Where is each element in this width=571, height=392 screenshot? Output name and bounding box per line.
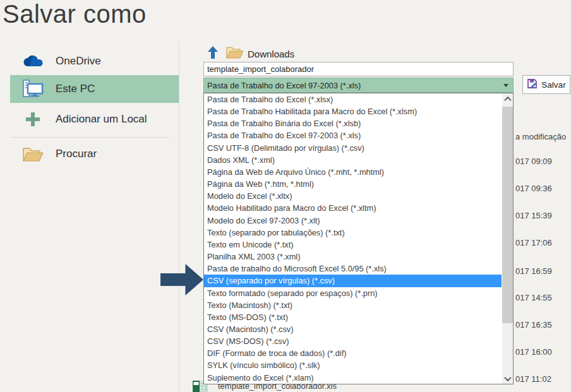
chevron-up-icon: [504, 96, 511, 103]
format-option[interactable]: Página da Web de Arquivo Único (*.mht, *…: [204, 166, 502, 178]
format-option[interactable]: SYLK (vínculo simbólico) (*.slk): [204, 359, 502, 371]
format-option[interactable]: Texto (MS-DOS) (*.txt): [204, 311, 502, 323]
format-option[interactable]: Página da Web (*.htm, *.html): [204, 178, 502, 190]
format-option[interactable]: CSV UTF-8 (Delimitado por vírgulas) (*.c…: [204, 142, 502, 154]
scrollbar[interactable]: [502, 93, 513, 384]
annotation-arrow-icon: [160, 263, 203, 296]
scrollbar-down-button[interactable]: [502, 373, 513, 384]
chevron-down-icon: [503, 84, 508, 87]
format-option[interactable]: Pasta de Trabalho do Excel (*.xlsx): [204, 93, 502, 105]
file-modified-date: 017 16:35: [515, 320, 552, 330]
sidebar-item-add-place[interactable]: Adicionar um Local: [10, 105, 179, 133]
file-format-options: Pasta de Trabalho do Excel (*.xlsx) Past…: [204, 93, 502, 384]
format-option[interactable]: CSV (MS-DOS) (*.csv): [204, 335, 502, 347]
onedrive-cloud-icon: [10, 54, 56, 69]
format-option[interactable]: Texto formatado (separado por espaços) (…: [204, 287, 502, 299]
file-modified-date: 017 09:36: [515, 184, 552, 193]
format-option[interactable]: Suplemento do Excel (*.xlam): [204, 372, 502, 384]
file-format-select[interactable]: Pasta de Trabalho do Excel 97-2003 (*.xl…: [203, 78, 514, 93]
file-modified-date: 017 09:09: [515, 157, 552, 166]
modified-column-header: a modificação: [515, 132, 566, 141]
up-one-level-icon[interactable]: [206, 45, 220, 62]
sidebar-item-browse[interactable]: Procurar: [10, 140, 179, 168]
sidebar-item-este-pc[interactable]: Este PC: [10, 75, 179, 103]
format-option[interactable]: CSV (Macintosh) (*.csv): [204, 323, 502, 335]
save-button-label: Salvar: [541, 80, 565, 90]
sidebar-item-label: Este PC: [56, 83, 95, 95]
format-option[interactable]: Texto (Macintosh) (*.txt): [204, 299, 502, 311]
format-option-selected[interactable]: CSV (separado por vírgulas) (*.csv): [204, 275, 502, 287]
save-button[interactable]: Salvar: [522, 75, 570, 94]
filename-input[interactable]: [203, 62, 514, 76]
format-option[interactable]: Modelo do Excel 97-2003 (*.xlt): [204, 215, 502, 227]
format-option[interactable]: Texto em Unicode (*.txt): [204, 239, 502, 251]
this-pc-icon: [10, 79, 56, 99]
sidebar-item-onedrive[interactable]: OneDrive: [10, 47, 179, 75]
file-format-dropdown-list: Pasta de Trabalho do Excel (*.xlsx) Past…: [203, 93, 514, 384]
browse-folder-icon: [10, 146, 56, 162]
add-place-plus-icon: [10, 112, 56, 126]
chevron-down-icon: [504, 374, 511, 381]
file-modified-date: 017 16:59: [515, 266, 552, 276]
file-modified-date: 017 16:00: [515, 347, 552, 357]
sidebar-item-label: OneDrive: [56, 55, 101, 68]
format-option[interactable]: Texto (separado por tabulações) (*.txt): [204, 227, 502, 239]
format-option[interactable]: Pasta de Trabalho do Excel 97-2003 (*.xl…: [204, 129, 502, 141]
format-option[interactable]: Pasta de Trabalho Habilitada para Macro …: [204, 105, 502, 117]
file-modified-date: 017 17:06: [515, 238, 552, 247]
format-option[interactable]: DIF (Formato de troca de dados) (*.dif): [204, 347, 502, 359]
save-icon: [527, 78, 538, 92]
sidebar-item-label: Adicionar um Local: [56, 113, 147, 126]
scrollbar-thumb[interactable]: [502, 107, 513, 323]
sidebar-divider: [10, 137, 169, 138]
format-option[interactable]: Modelo do Excel (*.xltx): [204, 190, 502, 202]
format-option[interactable]: Dados XML (*.xml): [204, 154, 502, 166]
scrollbar-up-button[interactable]: [502, 93, 513, 104]
current-folder-icon: [226, 46, 244, 62]
page-title: Salvar como: [3, 0, 147, 28]
sidebar-item-label: Procurar: [56, 148, 97, 160]
file-format-selected-value: Pasta de Trabalho do Excel 97-2003 (*.xl…: [204, 81, 503, 90]
format-option[interactable]: Planilha XML 2003 (*.xml): [204, 251, 502, 263]
file-modified-date: 017 14:55: [515, 293, 552, 302]
file-modified-date: 017 15:39: [515, 211, 552, 220]
format-option[interactable]: Modelo Habilitado para Macro do Excel (*…: [204, 202, 502, 214]
pane-divider: [179, 42, 179, 392]
format-option[interactable]: Pasta de trabalho do Microsoft Excel 5.0…: [204, 263, 502, 275]
format-option[interactable]: Pasta de Trabalho Binária do Excel (*.xl…: [204, 117, 502, 129]
file-modified-date: 017 11:02: [515, 374, 551, 384]
current-folder-label[interactable]: Downloads: [248, 49, 294, 59]
